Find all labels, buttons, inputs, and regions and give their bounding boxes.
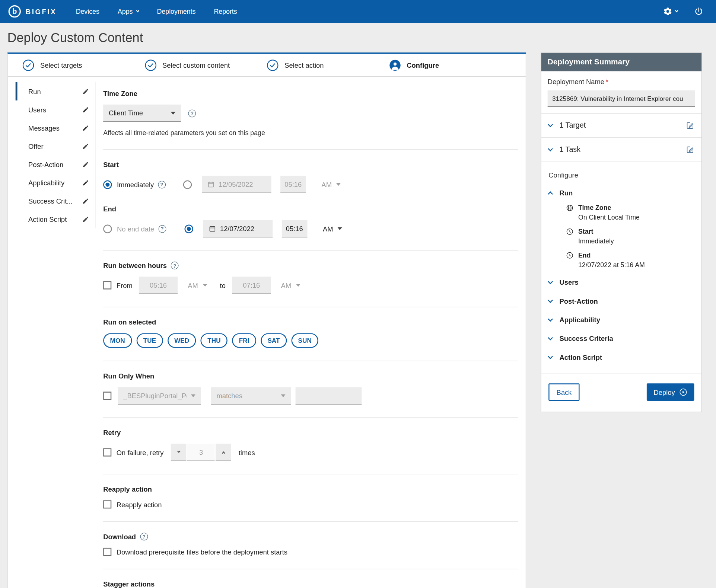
edit-pencil-icon[interactable] [82, 106, 89, 113]
start-meridiem-select[interactable]: AM [321, 180, 341, 188]
to-meridiem-select[interactable]: AM [281, 281, 300, 289]
summary-section-post-action[interactable]: Post-Action [548, 292, 695, 310]
start-date-field[interactable]: 12/05/2022 [202, 176, 271, 193]
edit-pencil-icon[interactable] [82, 161, 89, 167]
edit-pencil-icon[interactable] [82, 124, 89, 131]
checkbox-download[interactable] [103, 548, 111, 556]
configure-card: Select targets Select custom content Sel… [7, 52, 526, 588]
time-zone-heading: Time Zone [103, 89, 518, 97]
from-time-field[interactable]: 05:16 [139, 277, 178, 294]
increment-button[interactable] [216, 444, 231, 461]
checkbox-reapply[interactable] [103, 500, 111, 508]
tab-label: Success Crit... [28, 197, 73, 205]
summary-actions: Back Deploy [541, 373, 702, 412]
tab-success-criteria[interactable]: Success Crit... [16, 192, 96, 210]
day-pill-tue[interactable]: TUE [136, 333, 163, 348]
end-date-field[interactable]: 12/07/2022 [203, 220, 273, 237]
condition-value-input[interactable] [301, 392, 356, 399]
end-time-field[interactable]: 05:16 [281, 220, 307, 237]
operator-select[interactable]: matches [211, 387, 291, 405]
summary-section-applicability[interactable]: Applicability [548, 310, 695, 329]
end-meridiem-select[interactable]: AM [323, 225, 342, 233]
condition-value-field[interactable] [296, 387, 362, 405]
property-select[interactable]: _BESPluginPortal_Pe... [118, 387, 201, 405]
edit-pencil-icon[interactable] [82, 198, 89, 204]
checkbox-run-only-when[interactable] [103, 392, 111, 400]
start-time-field[interactable]: 05:16 [280, 176, 306, 193]
svg-text:b: b [12, 7, 17, 15]
step-select-custom-content[interactable]: Select custom content [144, 59, 267, 71]
tab-applicability[interactable]: Applicability [16, 173, 96, 192]
nav-item-deployments[interactable]: Deployments [157, 8, 196, 15]
wizard-stepper: Select targets Select custom content Sel… [8, 54, 526, 77]
day-pill-sun[interactable]: SUN [291, 333, 318, 348]
edit-icon[interactable] [686, 121, 694, 130]
summary-section-users[interactable]: Users [548, 273, 695, 292]
task-summary-row[interactable]: 1 Task [541, 138, 702, 162]
summary-section-action-script[interactable]: Action Script [548, 348, 695, 367]
summary-section-success-criteria[interactable]: Success Criteria [548, 329, 695, 348]
nav-item-apps[interactable]: Apps [118, 8, 139, 15]
detail-value: 12/07/2022 at 5:16 AM [578, 261, 645, 269]
tab-post-action[interactable]: Post-Action [16, 155, 96, 173]
schedule-section: Start Immediately ? 12/05/2022 05:1 [103, 150, 518, 250]
edit-pencil-icon[interactable] [82, 216, 89, 223]
tab-users[interactable]: Users [16, 100, 96, 119]
deployment-name-input[interactable] [548, 90, 695, 107]
decrement-button[interactable] [171, 444, 187, 461]
tab-messages[interactable]: Messages [16, 119, 96, 137]
tab-run[interactable]: Run [16, 82, 96, 100]
tab-offer[interactable]: Offer [16, 137, 96, 155]
download-label: Download prerequisite files before the d… [117, 548, 287, 556]
help-icon[interactable]: ? [158, 180, 166, 188]
run-only-when-row: _BESPluginPortal_Pe... matches [103, 387, 518, 405]
start-date-value: 12/05/2022 [219, 180, 253, 188]
edit-pencil-icon[interactable] [82, 179, 89, 186]
step-select-action[interactable]: Select action [267, 59, 389, 71]
end-row: No end date ? 12/07/2022 05:16 [103, 220, 518, 237]
radio-no-end-date[interactable] [103, 224, 112, 233]
nav-item-devices[interactable]: Devices [76, 8, 99, 15]
section-label: Applicability [560, 316, 600, 324]
day-pill-thu[interactable]: THU [201, 333, 227, 348]
time-zone-select[interactable]: Client Time [103, 105, 181, 122]
target-summary-row[interactable]: 1 Target [541, 114, 702, 138]
brand[interactable]: b BIGFIX [8, 5, 57, 17]
radio-start-on-date[interactable] [183, 180, 192, 189]
required-asterisk: * [606, 78, 608, 86]
nav-item-reports[interactable]: Reports [214, 8, 237, 15]
tab-action-script[interactable]: Action Script [16, 210, 96, 228]
help-icon[interactable]: ? [171, 262, 179, 269]
power-icon[interactable] [694, 7, 703, 16]
day-pill-wed[interactable]: WED [168, 333, 196, 348]
checkbox-retry[interactable] [103, 448, 111, 457]
from-meridiem-select[interactable]: AM [188, 281, 207, 289]
main-nav: Devices Apps Deployments Reports [76, 8, 237, 15]
edit-pencil-icon[interactable] [82, 88, 89, 95]
checkbox-run-between[interactable] [103, 281, 111, 290]
back-button[interactable]: Back [548, 383, 579, 401]
summary-section-run[interactable]: Run [548, 183, 695, 202]
check-circle-icon [267, 59, 279, 71]
settings-menu[interactable] [663, 7, 678, 16]
start-time-value: 05:16 [284, 180, 302, 188]
step-configure[interactable]: Configure [389, 59, 511, 71]
edit-icon[interactable] [686, 146, 694, 154]
help-icon[interactable]: ? [140, 533, 148, 540]
help-icon[interactable]: ? [188, 109, 196, 117]
retry-count[interactable]: 3 [187, 444, 215, 461]
day-pill-mon[interactable]: MON [103, 333, 132, 348]
day-pill-fri[interactable]: FRI [232, 333, 256, 348]
radio-end-on-date[interactable] [184, 224, 193, 233]
radio-start-immediately[interactable] [103, 180, 112, 189]
day-pill-sat[interactable]: SAT [261, 333, 287, 348]
chevron-down-icon [548, 354, 553, 359]
deploy-button[interactable]: Deploy [647, 383, 694, 401]
step-select-targets[interactable]: Select targets [22, 59, 144, 71]
check-circle-icon [22, 59, 34, 71]
to-time-field[interactable]: 07:16 [232, 277, 271, 294]
help-icon[interactable]: ? [158, 225, 166, 233]
edit-pencil-icon[interactable] [82, 143, 89, 149]
summary-title: Deployment Summary [541, 53, 702, 71]
configure-summary-block: Configure Run Time Zone On Client Local … [541, 162, 702, 373]
